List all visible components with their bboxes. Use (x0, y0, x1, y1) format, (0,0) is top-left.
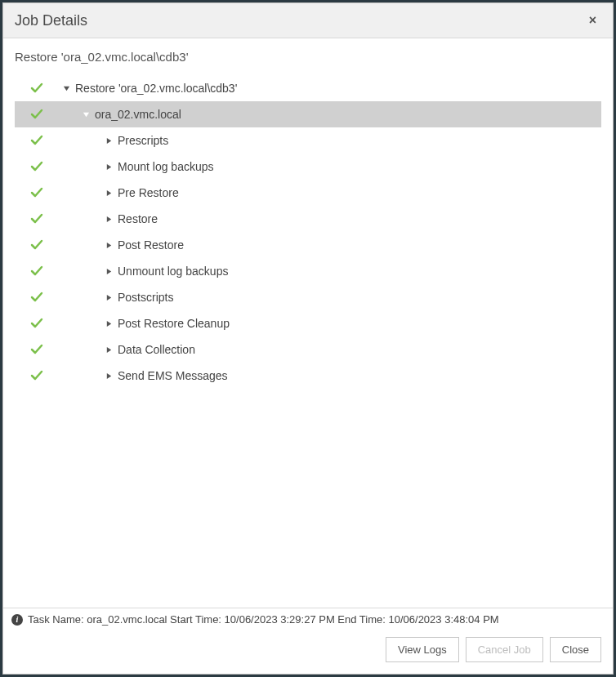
success-check-icon (29, 82, 44, 95)
caret-right-icon[interactable] (105, 320, 113, 327)
caret-right-icon[interactable] (105, 268, 113, 275)
success-check-icon (29, 160, 44, 173)
dialog-title: Job Details (15, 12, 87, 29)
caret-right-icon[interactable] (105, 137, 113, 145)
caret-right-icon[interactable] (105, 242, 113, 249)
tree-row-label: Postscripts (118, 291, 173, 304)
success-check-icon (29, 317, 44, 330)
tree-row[interactable]: Mount log backups (15, 154, 601, 180)
tree-row-label: ora_02.vmc.local (95, 108, 181, 121)
tree-row[interactable]: ora_02.vmc.local (15, 101, 601, 127)
view-logs-button[interactable]: View Logs (386, 637, 459, 662)
tree-row[interactable]: Restore (15, 206, 601, 232)
tree-row[interactable]: Data Collection (15, 336, 601, 363)
tree-row-label: Restore (118, 212, 158, 225)
success-check-icon (29, 108, 44, 121)
status-text: Task Name: ora_02.vmc.local Start Time: … (28, 613, 499, 626)
tree-row-label: Restore 'ora_02.vmc.local\cdb3' (75, 82, 237, 95)
success-check-icon (29, 265, 44, 278)
tree-row-label: Post Restore Cleanup (118, 317, 230, 330)
tree-row[interactable]: Send EMS Messages (15, 363, 601, 389)
success-check-icon (29, 343, 44, 356)
caret-right-icon[interactable] (105, 163, 113, 171)
close-button[interactable]: Close (550, 637, 601, 662)
tree-row-label: Mount log backups (118, 160, 214, 173)
caret-right-icon[interactable] (105, 372, 113, 380)
success-check-icon (29, 212, 44, 225)
tree-row-label: Post Restore (118, 238, 184, 252)
close-icon[interactable]: × (584, 11, 601, 29)
caret-down-icon[interactable] (62, 85, 70, 92)
tree-row[interactable]: Post Restore Cleanup (15, 310, 601, 336)
success-check-icon (29, 186, 44, 199)
title-bar: Job Details × (3, 3, 613, 38)
content-area[interactable]: Restore 'ora_02.vmc.local\cdb3' Restore … (3, 38, 613, 608)
task-tree: Restore 'ora_02.vmc.local\cdb3'ora_02.vm… (15, 75, 601, 389)
caret-right-icon[interactable] (105, 189, 113, 197)
caret-right-icon[interactable] (105, 294, 113, 301)
tree-row[interactable]: Post Restore (15, 232, 601, 258)
success-check-icon (29, 238, 44, 252)
caret-right-icon[interactable] (105, 216, 113, 223)
tree-row[interactable]: Prescripts (15, 127, 601, 154)
tree-row-label: Unmount log backups (118, 265, 228, 278)
success-check-icon (29, 134, 44, 147)
success-check-icon (29, 291, 44, 304)
tree-row[interactable]: Restore 'ora_02.vmc.local\cdb3' (15, 75, 601, 101)
tree-row-label: Prescripts (118, 134, 168, 147)
tree-row[interactable]: Unmount log backups (15, 258, 601, 284)
job-details-dialog: Job Details × Restore 'ora_02.vmc.local\… (2, 2, 614, 675)
info-icon: i (11, 614, 23, 626)
button-bar: View Logs Cancel Job Close (3, 629, 613, 674)
tree-row[interactable]: Postscripts (15, 284, 601, 310)
caret-right-icon[interactable] (105, 346, 113, 354)
cancel-job-button: Cancel Job (466, 637, 543, 662)
job-subtitle: Restore 'ora_02.vmc.local\cdb3' (15, 50, 601, 64)
caret-down-icon[interactable] (82, 111, 90, 118)
tree-row[interactable]: Pre Restore (15, 180, 601, 206)
tree-row-label: Data Collection (118, 343, 195, 356)
status-bar: i Task Name: ora_02.vmc.local Start Time… (3, 608, 613, 629)
tree-row-label: Pre Restore (118, 186, 179, 199)
tree-row-label: Send EMS Messages (118, 369, 228, 382)
success-check-icon (29, 369, 44, 382)
